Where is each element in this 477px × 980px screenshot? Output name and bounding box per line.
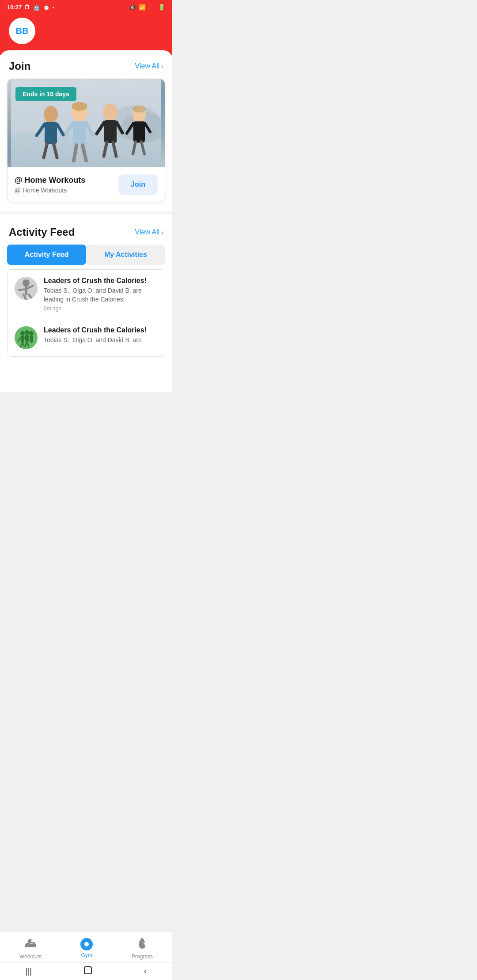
svg-rect-17 — [104, 120, 117, 143]
feed-item: Leaders of Crush the Calories! Tobias S.… — [8, 270, 165, 319]
chevron-right-icon: › — [161, 63, 163, 70]
feed-description-2: Tobias S., Olga O. and David B. are — [44, 336, 158, 345]
svg-line-33 — [19, 289, 26, 290]
feed-list: Leaders of Crush the Calories! Tobias S.… — [7, 269, 165, 357]
activity-tabs: Activity Feed My Activities — [0, 245, 172, 265]
tab-my-activities[interactable]: My Activities — [86, 245, 165, 265]
svg-point-16 — [103, 103, 118, 121]
feed-content-2: Leaders of Crush the Calories! Tobias S.… — [44, 326, 158, 347]
join-view-all-label: View All — [135, 62, 160, 70]
svg-rect-41 — [21, 335, 24, 343]
no-signal-icon: 🚫 — [148, 4, 155, 11]
activity-chevron-right-icon: › — [161, 229, 163, 236]
feed-title-2: Leaders of Crush the Calories! — [44, 326, 158, 334]
join-card-text: @ Home Workouts @ Home Workouts — [15, 176, 85, 194]
svg-rect-11 — [45, 122, 57, 144]
svg-point-39 — [25, 330, 29, 335]
svg-point-29 — [132, 106, 146, 113]
join-title: Join — [9, 60, 30, 72]
status-left: 10:27 🗒 🤖 ⏰ · — [7, 4, 54, 11]
activity-feed-title: Activity Feed — [9, 226, 75, 238]
feed-time-1: 0m ago — [44, 305, 158, 312]
svg-point-28 — [72, 102, 87, 111]
battery-icon: 🔋 — [158, 4, 165, 11]
run-avatar-illustration — [15, 326, 38, 349]
android-icon: 🤖 — [33, 4, 40, 11]
svg-point-38 — [20, 331, 25, 335]
svg-point-40 — [29, 331, 34, 335]
feed-avatar-1 — [15, 277, 38, 300]
join-button[interactable]: Join — [118, 174, 158, 195]
tab-activity-feed[interactable]: Activity Feed — [7, 245, 86, 265]
activity-view-all-label: View All — [135, 228, 160, 236]
feed-description-1: Tobias S., Olga O. and David B. are lead… — [44, 286, 158, 304]
svg-rect-43 — [30, 335, 33, 343]
activity-feed-section-header: Activity Feed View All › — [0, 216, 172, 245]
feed-avatar-2 — [15, 326, 38, 349]
join-card-subtitle: @ Home Workouts — [15, 187, 85, 194]
wifi-icon: 📶 — [139, 4, 146, 11]
clipboard-icon: 🗒 — [24, 4, 30, 11]
join-section-header: Join View All › — [0, 50, 172, 79]
yoga-avatar-illustration — [15, 277, 38, 300]
join-card: Ends in 10 days @ Home Workouts @ Home W… — [7, 79, 165, 202]
feed-item: Leaders of Crush the Calories! Tobias S.… — [8, 319, 165, 356]
join-view-all-link[interactable]: View All › — [135, 62, 163, 70]
join-card-image: Ends in 10 days — [8, 79, 165, 167]
svg-rect-5 — [73, 121, 86, 145]
ends-badge: Ends in 10 days — [15, 87, 76, 101]
svg-point-10 — [44, 106, 58, 123]
dot-icon: · — [53, 4, 54, 11]
feed-title-1: Leaders of Crush the Calories! — [44, 277, 158, 285]
mute-icon: 🔇 — [129, 4, 136, 11]
user-avatar[interactable]: BB — [9, 18, 35, 44]
timer-icon: ⏰ — [43, 4, 50, 11]
activity-feed-view-all-link[interactable]: View All › — [135, 228, 163, 236]
svg-rect-23 — [133, 121, 145, 143]
section-divider — [0, 211, 172, 215]
status-right: 🔇 📶 🚫 🔋 — [129, 4, 165, 11]
join-card-body: @ Home Workouts @ Home Workouts Join — [8, 167, 165, 202]
feed-content-1: Leaders of Crush the Calories! Tobias S.… — [44, 277, 158, 312]
main-content: Join View All › — [0, 50, 172, 392]
join-card-title: @ Home Workouts — [15, 176, 85, 185]
status-bar: 10:27 🗒 🤖 ⏰ · 🔇 📶 🚫 🔋 — [0, 0, 172, 13]
status-time: 10:27 — [7, 4, 22, 11]
app-header: BB — [0, 13, 172, 55]
